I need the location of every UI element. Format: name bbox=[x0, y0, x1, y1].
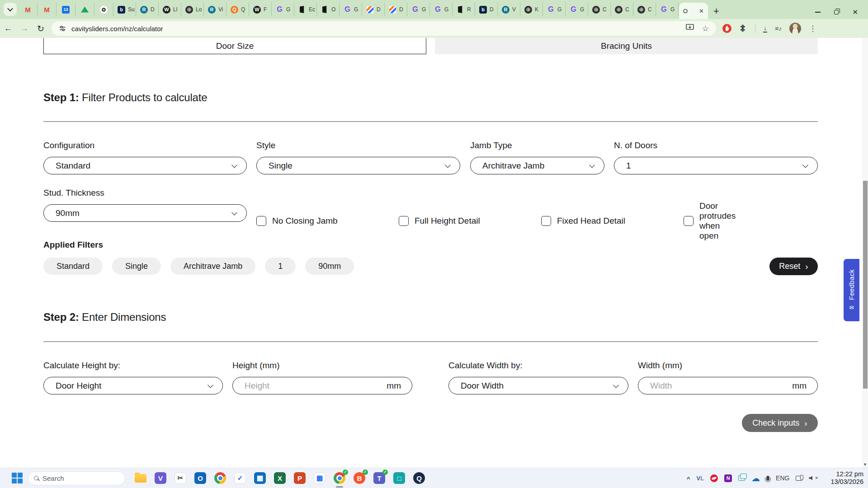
checkbox-box[interactable] bbox=[256, 216, 266, 226]
browser-tab[interactable]: ⊕C bbox=[611, 3, 633, 16]
scrollbar-down-arrow[interactable]: ▼ bbox=[862, 462, 868, 467]
taskbar-app-teams[interactable]: T✓ bbox=[369, 468, 389, 488]
reading-list-icon[interactable]: ≡♪ bbox=[775, 25, 782, 32]
browser-tab[interactable]: RV bbox=[498, 3, 520, 16]
taskbar-app-outlook[interactable]: O bbox=[190, 468, 210, 488]
checkbox-fixed-head-detail[interactable]: Fixed Head Detail bbox=[541, 201, 684, 241]
taskbar-search[interactable]: Search bbox=[28, 471, 125, 485]
browser-tab[interactable]: R bbox=[453, 3, 475, 16]
checkbox-box[interactable] bbox=[684, 216, 693, 226]
tab-search-button[interactable] bbox=[4, 3, 17, 16]
install-icon[interactable] bbox=[686, 24, 694, 33]
tab-door-size[interactable]: Door Size bbox=[43, 38, 426, 54]
taskbar-app-snipping-tool[interactable]: ✂ bbox=[170, 468, 190, 488]
field-select[interactable]: Standard bbox=[43, 157, 247, 174]
address-bar[interactable]: cavitysliders.com/nz/calculator ☆ bbox=[52, 21, 716, 36]
microphone-icon[interactable] bbox=[766, 476, 769, 481]
browser-tab[interactable]: ⊕C bbox=[633, 3, 656, 16]
vl-icon[interactable]: VL bbox=[696, 475, 704, 482]
browser-tab[interactable]: M bbox=[38, 3, 57, 16]
browser-tab[interactable]: RVi bbox=[204, 3, 226, 16]
downloads-icon[interactable]: ↓ bbox=[763, 25, 767, 33]
field-select[interactable]: Single bbox=[256, 157, 460, 174]
reload-icon[interactable]: ↻ bbox=[33, 23, 49, 34]
browser-tab[interactable]: GG bbox=[543, 3, 566, 16]
trend-micro-icon[interactable] bbox=[710, 474, 718, 482]
minimize-icon[interactable] bbox=[815, 12, 821, 13]
taskbar-app-brave[interactable]: B✓ bbox=[349, 468, 369, 488]
onenote-icon[interactable]: N bbox=[724, 474, 732, 482]
adblock-icon[interactable] bbox=[722, 24, 731, 33]
taskbar-app-powerpoint[interactable]: P bbox=[290, 468, 310, 488]
volume-muted-icon[interactable]: ✕ bbox=[809, 475, 818, 481]
browser-tab[interactable] bbox=[94, 3, 113, 16]
active-browser-tab[interactable]: O ✕ bbox=[679, 3, 708, 19]
forward-icon[interactable]: → bbox=[16, 23, 33, 33]
field-select[interactable]: Architrave Jamb bbox=[470, 157, 604, 174]
close-tab-icon[interactable]: ✕ bbox=[699, 8, 704, 14]
browser-tab[interactable]: ⊕K bbox=[520, 3, 543, 16]
browser-tab[interactable]: GG bbox=[407, 3, 430, 16]
browser-tab[interactable]: RD bbox=[136, 3, 159, 16]
height-input[interactable] bbox=[245, 381, 384, 391]
restore-icon[interactable] bbox=[834, 10, 839, 14]
browser-tab[interactable]: QQ bbox=[226, 3, 249, 16]
browser-tab[interactable]: Ec bbox=[294, 3, 317, 16]
taskbar-app-ms-app-blue[interactable]: ▦ bbox=[250, 468, 270, 488]
browser-tab[interactable]: GG bbox=[566, 3, 588, 16]
browser-tab[interactable]: ⊕C bbox=[588, 3, 611, 16]
back-icon[interactable]: ← bbox=[0, 23, 16, 33]
taskbar-app-to-do[interactable]: ✓ bbox=[230, 468, 250, 488]
browser-tab[interactable]: GG bbox=[340, 3, 362, 16]
checkbox-box[interactable] bbox=[399, 216, 409, 226]
calc-width-by-select[interactable]: Door Width bbox=[448, 377, 628, 394]
browser-tab[interactable]: ⊕Lo bbox=[181, 3, 204, 16]
check-inputs-button[interactable]: Check inputs› bbox=[742, 414, 818, 432]
browser-tab[interactable]: 13 bbox=[57, 3, 75, 16]
browser-tab[interactable]: D bbox=[362, 3, 385, 16]
menu-kebab-icon[interactable]: ⋮ bbox=[809, 24, 816, 33]
checkbox-box[interactable] bbox=[541, 216, 551, 226]
browser-tab[interactable]: M bbox=[19, 3, 38, 16]
browser-tab[interactable] bbox=[75, 3, 94, 16]
extensions-icon[interactable] bbox=[739, 23, 747, 33]
browser-tab[interactable]: GG bbox=[656, 3, 679, 16]
scrollbar-thumb[interactable] bbox=[863, 181, 868, 389]
browser-tab[interactable]: bSu bbox=[113, 3, 136, 16]
taskbar-app-window-teal[interactable]: □ bbox=[389, 468, 409, 488]
browser-tab[interactable]: GG bbox=[272, 3, 294, 16]
bookmark-star-icon[interactable]: ☆ bbox=[702, 25, 709, 33]
checkbox-full-height-detail[interactable]: Full Height Detail bbox=[399, 201, 541, 241]
virtual-desktop-icon[interactable] bbox=[738, 475, 745, 481]
browser-tab[interactable]: O bbox=[317, 3, 340, 16]
browser-tab[interactable]: GG bbox=[430, 3, 453, 16]
page-scrollbar[interactable]: ▼ bbox=[862, 38, 868, 468]
new-tab-button[interactable]: + bbox=[713, 6, 719, 16]
stud-thickness-select[interactable]: 90mm bbox=[43, 204, 247, 222]
taskbar-clock[interactable]: 12:22 pm 13/03/2026 bbox=[830, 470, 863, 486]
language-indicator[interactable]: ENG bbox=[776, 474, 789, 482]
browser-tab[interactable]: bD bbox=[475, 3, 498, 16]
taskbar-app-app-v-purple[interactable]: V bbox=[151, 468, 170, 488]
calc-height-by-select[interactable]: Door Height bbox=[43, 377, 223, 394]
close-icon[interactable]: ✕ bbox=[852, 9, 858, 15]
width-input[interactable] bbox=[650, 381, 789, 391]
reset-button[interactable]: Reset› bbox=[769, 258, 818, 275]
tab-bracing-units[interactable]: Bracing Units bbox=[435, 38, 818, 54]
site-settings-icon[interactable] bbox=[59, 25, 66, 32]
browser-tab[interactable]: D bbox=[385, 3, 407, 16]
feedback-tab[interactable]: Feedback ✉ bbox=[844, 259, 859, 321]
taskbar-app-chrome-running[interactable]: ✓ bbox=[330, 468, 349, 488]
windows-start-button[interactable] bbox=[12, 473, 23, 483]
pc-phone-icon[interactable] bbox=[796, 476, 802, 481]
checkbox-no-closing-jamb[interactable]: No Closing Jamb bbox=[256, 201, 399, 241]
taskbar-app-office-grid[interactable]: ▦ bbox=[310, 468, 330, 488]
taskbar-app-q-app[interactable]: Q bbox=[409, 468, 429, 488]
taskbar-app-file-explorer[interactable] bbox=[131, 468, 151, 488]
browser-tab[interactable]: WLl bbox=[159, 3, 181, 16]
taskbar-app-excel[interactable]: X bbox=[270, 468, 290, 488]
profile-avatar[interactable] bbox=[789, 23, 801, 34]
onedrive-icon[interactable]: ☁ bbox=[751, 473, 760, 483]
field-select[interactable]: 1 bbox=[614, 157, 818, 174]
browser-tab[interactable]: WF bbox=[249, 3, 272, 16]
